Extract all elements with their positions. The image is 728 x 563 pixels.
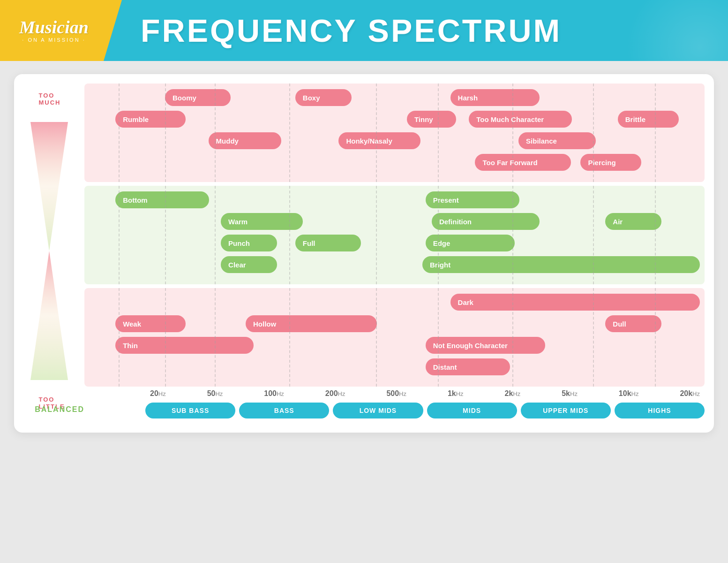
x-label-2khz: 2kHz bbox=[505, 389, 521, 398]
pill-bottom: Bottom bbox=[115, 191, 209, 208]
band-upper-mids: UPPER MIDS bbox=[521, 403, 611, 418]
sections: Boomy Boxy Harsh Rumble Tinny Too Much C… bbox=[84, 84, 705, 387]
y-axis: TOO MUCH BALANCED bbox=[23, 84, 84, 418]
x-axis-labels: 20Hz 50Hz 100Hz 200Hz 500Hz 1kHz 2kHz 5k… bbox=[145, 389, 705, 398]
pill-definition: Definition bbox=[432, 213, 540, 230]
chart-content: Boomy Boxy Harsh Rumble Tinny Too Much C… bbox=[84, 84, 705, 418]
pill-warm: Warm bbox=[221, 213, 303, 230]
pill-full: Full bbox=[295, 235, 361, 251]
chart-layout: TOO MUCH BALANCED bbox=[23, 84, 705, 418]
pill-thin: Thin bbox=[115, 337, 254, 354]
x-label-1khz: 1kHz bbox=[448, 389, 464, 398]
band-highs: HIGHS bbox=[615, 403, 705, 418]
svg-marker-0 bbox=[30, 122, 68, 251]
band-low-mids: LOW MIDS bbox=[333, 403, 423, 418]
frequency-bands: SUB BASS BASS LOW MIDS MIDS UPPER MIDS H… bbox=[84, 403, 705, 418]
y-label-balanced: BALANCED bbox=[35, 405, 84, 414]
pill-muddy: Muddy bbox=[209, 132, 281, 149]
x-label-5khz: 5kHz bbox=[562, 389, 578, 398]
x-label-20khz: 20kHz bbox=[680, 389, 700, 398]
section-too-little: Dark Weak Hollow Dull Thin Not Enough Ch… bbox=[84, 288, 705, 387]
pill-bright: Bright bbox=[422, 256, 700, 273]
main-card: TOO MUCH BALANCED bbox=[14, 74, 714, 433]
pill-boomy: Boomy bbox=[165, 89, 231, 106]
pill-dull: Dull bbox=[605, 315, 661, 332]
x-label-20hz: 20Hz bbox=[150, 389, 166, 398]
pill-dark: Dark bbox=[450, 294, 700, 311]
page-title: FREQUENCY SPECTRUM bbox=[122, 12, 562, 49]
x-label-500hz: 500Hz bbox=[386, 389, 406, 398]
pill-tinny: Tinny bbox=[407, 111, 456, 128]
x-label-10khz: 10kHz bbox=[619, 389, 639, 398]
pill-sibilance: Sibilance bbox=[518, 132, 596, 149]
pill-punch: Punch bbox=[221, 235, 277, 251]
logo-musician: Musician bbox=[19, 18, 89, 36]
pill-boxy: Boxy bbox=[295, 89, 352, 106]
y-label-too-much: TOO MUCH bbox=[39, 92, 69, 106]
pill-clear: Clear bbox=[221, 256, 277, 273]
svg-marker-1 bbox=[30, 251, 68, 380]
logo-subtitle: · ON A MISSION · bbox=[22, 37, 85, 43]
x-label-50hz: 50Hz bbox=[207, 389, 223, 398]
pill-weak: Weak bbox=[115, 315, 186, 332]
pill-piercing: Piercing bbox=[580, 154, 641, 171]
logo: Musician · ON A MISSION · bbox=[0, 0, 122, 61]
pill-brittle: Brittle bbox=[618, 111, 679, 128]
pill-too-much-character: Too Much Character bbox=[469, 111, 572, 128]
pill-rumble: Rumble bbox=[115, 111, 186, 128]
pill-harsh: Harsh bbox=[450, 89, 540, 106]
x-label-200hz: 200Hz bbox=[325, 389, 345, 398]
header: Musician · ON A MISSION · FREQUENCY SPEC… bbox=[0, 0, 728, 61]
balance-triangle bbox=[28, 107, 70, 395]
pill-too-far-forward: Too Far Forward bbox=[475, 154, 571, 171]
section-too-much: Boomy Boxy Harsh Rumble Tinny Too Much C… bbox=[84, 84, 705, 182]
band-sub-bass: SUB BASS bbox=[145, 403, 235, 418]
pill-honky-nasaly: Honky/Nasaly bbox=[338, 132, 420, 149]
pill-present: Present bbox=[426, 191, 519, 208]
section-balanced: Bottom Present Warm Definition Air Punch… bbox=[84, 186, 705, 284]
pill-edge: Edge bbox=[426, 235, 515, 251]
band-mids: MIDS bbox=[427, 403, 517, 418]
x-label-100hz: 100Hz bbox=[264, 389, 284, 398]
x-axis: 20Hz 50Hz 100Hz 200Hz 500Hz 1kHz 2kHz 5k… bbox=[84, 389, 705, 398]
pill-not-enough-character: Not Enough Character bbox=[426, 337, 545, 354]
pill-hollow: Hollow bbox=[246, 315, 377, 332]
pill-air: Air bbox=[605, 213, 661, 230]
band-bass: BASS bbox=[239, 403, 329, 418]
